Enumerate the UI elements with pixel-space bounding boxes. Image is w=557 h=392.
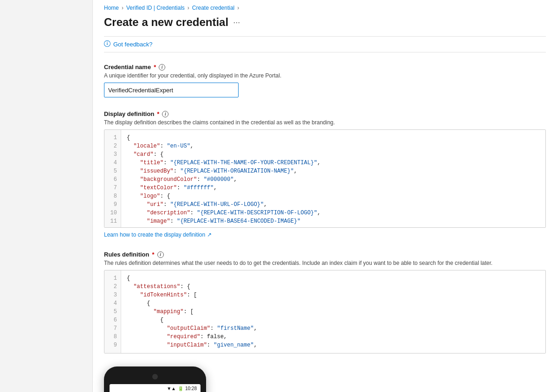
breadcrumb-sep-2: › (188, 5, 189, 11)
rules-definition-editor[interactable]: 12345 6789 { "attestations": { "idTokenH… (104, 270, 546, 353)
page-title-row: Create a new credential ··· (104, 16, 546, 29)
required-star: * (154, 64, 156, 71)
feedback-icon (104, 40, 110, 48)
display-definition-desc: The display definition describes the cla… (104, 119, 546, 126)
sidebar (0, 0, 93, 392)
credential-name-input[interactable] (104, 83, 239, 97)
display-req-star: * (157, 110, 159, 117)
signal-icon: ▼▲ (167, 386, 176, 391)
rules-definition-label: Rules definition * i (104, 251, 546, 258)
breadcrumb: Home › Verified ID | Credentials › Creat… (104, 5, 546, 11)
display-definition-label: Display definition * i (104, 110, 546, 117)
display-code-content: { "locale": "en-US", "card": { "title": … (121, 130, 545, 227)
breadcrumb-verified-id[interactable]: Verified ID | Credentials (126, 5, 185, 11)
right-column: ▼▲ 🔋 10:28 Woodgrove woodgrove.com ✓ Ver… (104, 366, 253, 392)
display-definition-editor[interactable]: 12345 67891011 { "locale": "en-US", "car… (104, 129, 546, 228)
breadcrumb-home[interactable]: Home (104, 5, 119, 11)
two-col-layout: Credential name * i A unique identifier … (104, 64, 546, 366)
phone-status-bar: ▼▲ 🔋 10:28 (110, 384, 201, 392)
main-content: Home › Verified ID | Credentials › Creat… (93, 0, 557, 392)
rules-req-star: * (152, 251, 155, 258)
credential-name-info-icon[interactable]: i (159, 64, 165, 71)
credential-name-section: Credential name * i A unique identifier … (104, 64, 546, 97)
breadcrumb-create-credential[interactable]: Create credential (192, 5, 234, 11)
phone-container: ▼▲ 🔋 10:28 Woodgrove woodgrove.com ✓ Ver… (104, 366, 206, 392)
breadcrumb-sep-1: › (122, 5, 123, 11)
display-definition-info-icon[interactable]: i (162, 111, 168, 117)
credential-name-desc: A unique identifier for your credential,… (104, 72, 546, 79)
phone-screen: ▼▲ 🔋 10:28 Woodgrove woodgrove.com ✓ Ver… (110, 384, 201, 392)
rules-code-content: { "attestations": { "idTokenHints": [ { … (121, 270, 545, 353)
feedback-label: Got feedback? (113, 41, 153, 48)
page-title: Create a new credential (104, 16, 228, 29)
credential-name-label: Credential name * i (104, 64, 546, 71)
left-column: Credential name * i A unique identifier … (104, 64, 546, 366)
battery-icon: 🔋 (178, 386, 183, 391)
display-definition-section: Display definition * i The display defin… (104, 110, 546, 238)
rules-definition-section: Rules definition * i The rules definitio… (104, 251, 546, 353)
display-definition-learn-link[interactable]: Learn how to create the display definiti… (104, 231, 212, 238)
feedback-bar[interactable]: Got feedback? (104, 36, 546, 52)
rules-definition-info-icon[interactable]: i (157, 251, 164, 258)
display-line-numbers: 12345 67891011 (104, 130, 121, 227)
rules-line-numbers: 12345 6789 (104, 270, 121, 353)
page-more-button[interactable]: ··· (233, 18, 240, 27)
phone-mockup: ▼▲ 🔋 10:28 Woodgrove woodgrove.com ✓ Ver… (104, 366, 206, 392)
phone-camera (152, 374, 158, 379)
rules-definition-desc: The rules definition determines what the… (104, 260, 546, 266)
phone-annotation-group: ▼▲ 🔋 10:28 Woodgrove woodgrove.com ✓ Ver… (104, 366, 253, 392)
external-link-icon: ↗ (207, 231, 212, 238)
phone-time: 10:28 (185, 386, 197, 391)
breadcrumb-sep-3: › (237, 5, 239, 11)
